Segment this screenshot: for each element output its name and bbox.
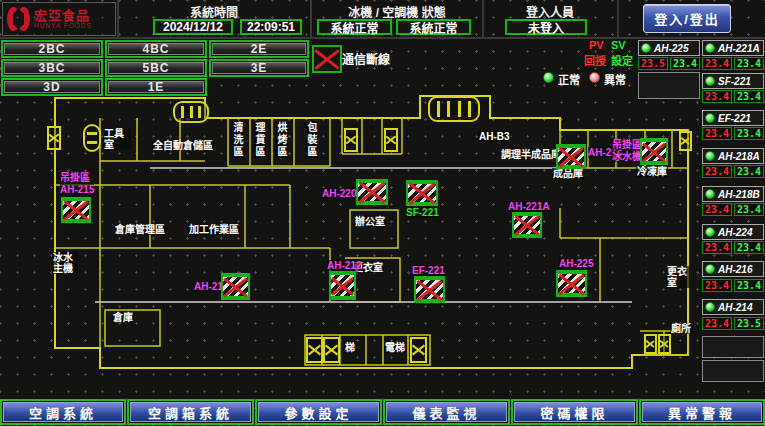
ahu-label-ah-212: AH-212: [327, 260, 361, 271]
unit-box-ah-216[interactable]: AH-216: [702, 261, 764, 277]
ahu-icon-ef-221[interactable]: [414, 276, 445, 303]
room-label-toilet: 廁所: [670, 323, 694, 334]
unit-sv-value: 23.4: [734, 279, 764, 292]
menu-button-parameter-settings[interactable]: 參數設定: [258, 402, 379, 422]
unit-pv-value: 23.4: [702, 57, 732, 70]
unit-sv-value: 23.4: [734, 57, 764, 70]
unit-sv-value: 23.4: [734, 90, 764, 103]
floor-button-3e[interactable]: 3E: [212, 62, 306, 74]
ahu-area-label: 吊掛區: [612, 139, 642, 150]
floor-button-frame: 5BC: [105, 59, 207, 77]
unit-box-ah-224[interactable]: AH-224: [702, 224, 764, 240]
ahu-icon-ah-215[interactable]: [61, 197, 91, 223]
login-logout-button[interactable]: 登入/登出: [643, 4, 731, 33]
ahu-label-ah-215: AH-215: [60, 184, 94, 195]
unit-box-sf-221[interactable]: SF-221: [702, 73, 764, 89]
room-label-tool-room: 工具室: [103, 128, 131, 150]
menu-frame: 空調系統: [0, 399, 126, 425]
room-label-semi-product: 調理半成品庫: [500, 149, 562, 160]
unit-led-icon: [705, 151, 715, 161]
menu-button-meter-monitor[interactable]: 儀表監視: [386, 402, 507, 422]
empty-unit-slot: [702, 336, 764, 358]
shaft-x-icon: [323, 337, 340, 363]
ahu-icon-chiller[interactable]: [640, 138, 668, 165]
comm-loss-label: 通信斷線: [342, 50, 390, 67]
floor-button-5bc[interactable]: 5BC: [108, 62, 204, 74]
unit-led-icon: [641, 43, 651, 53]
shaft-x-icon: [410, 337, 427, 363]
room-label-freezer: 冷凍庫: [636, 166, 668, 177]
system-time-value: 22:09:51: [240, 19, 302, 35]
floor-button-frame: 3E: [209, 59, 309, 77]
floor-button-2e[interactable]: 2E: [212, 43, 306, 55]
machine-status-label: 冰機 / 空調機 狀態: [314, 3, 480, 20]
room-label-v3: 烘烤區: [275, 122, 288, 158]
menu-button-alarm[interactable]: 異常警報: [642, 402, 762, 422]
unit-pv-value: 23.4: [702, 203, 732, 216]
header-divider: [310, 0, 312, 38]
sv-name-label: 設定: [611, 52, 633, 68]
shaft-x-icon: [344, 128, 358, 152]
unit-box-ah-225[interactable]: AH-225: [638, 40, 700, 56]
room-label-stair: 梯: [344, 342, 356, 353]
unit-pv-value: 23.4: [702, 90, 732, 103]
shaft-x-icon: [47, 126, 61, 150]
ahu-icon-ah-225[interactable]: [556, 270, 587, 297]
ahu-icon-ah-220a[interactable]: [356, 179, 388, 205]
menu-frame: 儀表監視: [383, 399, 510, 425]
unit-box-ah-221a[interactable]: AH-221A: [702, 40, 764, 56]
shaft-x-icon: [658, 334, 671, 354]
unit-led-icon: [705, 302, 715, 312]
brand-logo: 宏亞食品 HUNYA FOODS: [2, 2, 116, 36]
floor-button-frame: 4BC: [105, 40, 207, 58]
ahu-area-label: 吊掛區: [60, 172, 90, 183]
unit-pv-value: 23.4: [702, 127, 732, 140]
ahu-label-sf-221: SF-221: [406, 207, 439, 218]
login-user-label: 登入人員: [486, 3, 614, 20]
room-label-product-store: 成品庫: [552, 168, 584, 179]
unit-sv-value: 23.4: [734, 203, 764, 216]
header-bottom-line: [0, 37, 765, 39]
unit-led-icon: [705, 264, 715, 274]
menu-frame: 參數設定: [255, 399, 382, 425]
ahu-icon-ah-212[interactable]: [329, 271, 356, 300]
ahu-label-ef-221: EF-221: [412, 265, 445, 276]
room-label-warehouse-mgmt: 倉庫管理區: [114, 224, 166, 235]
ahu-status-value: 系統正常: [396, 19, 471, 35]
room-label-elevator: 電梯: [384, 342, 406, 353]
ahu-icon-sf-221[interactable]: [406, 180, 438, 206]
floor-button-3bc[interactable]: 3BC: [4, 62, 100, 74]
empty-unit-slot: [638, 72, 700, 99]
unit-box-ah-218b[interactable]: AH-218B: [702, 186, 764, 202]
sv-abbr-label: SV: [611, 39, 626, 51]
menu-frame: 密碼權限: [511, 399, 638, 425]
menu-frame: 異常警報: [639, 399, 765, 425]
unit-box-ah-218a[interactable]: AH-218A: [702, 148, 764, 164]
hmi-screen: 宏亞食品 HUNYA FOODS 系統時間 2024/12/12 22:09:5…: [0, 0, 765, 426]
unit-box-ah-214[interactable]: AH-214: [702, 299, 764, 315]
normal-label: 正常: [558, 71, 580, 87]
menu-button-ahu-system[interactable]: 空調箱系統: [130, 402, 251, 422]
menu-button-password-auth[interactable]: 密碼權限: [514, 402, 635, 422]
ahu-icon-ah-213[interactable]: [221, 273, 250, 300]
floor-button-2bc[interactable]: 2BC: [4, 43, 100, 55]
header-divider: [617, 0, 619, 38]
abnormal-label: 異常: [604, 71, 626, 87]
room-label-chiller-room: 冰水主機: [52, 252, 78, 274]
floor-button-4bc[interactable]: 4BC: [108, 43, 204, 55]
shaft-x-icon: [306, 337, 323, 363]
menu-button-ac-system[interactable]: 空調系統: [3, 402, 123, 422]
ahu-icon-ah-221a[interactable]: [512, 212, 542, 238]
unit-led-icon: [705, 113, 715, 123]
ahu-icon-ah-214[interactable]: [556, 144, 586, 169]
shaft-x-icon: [384, 128, 398, 152]
unit-sv-value: 23.5: [734, 317, 764, 330]
unit-led-icon: [705, 43, 715, 53]
brand-name: 宏亞食品: [34, 9, 92, 22]
unit-box-ef-221[interactable]: EF-221: [702, 110, 764, 126]
unit-pv-value: 23.4: [702, 279, 732, 292]
unit-led-icon: [705, 76, 715, 86]
ahu-label-ah-225: AH-225: [559, 258, 593, 269]
unit-pv-value: 23.4: [702, 165, 732, 178]
empty-unit-slot: [702, 360, 764, 382]
